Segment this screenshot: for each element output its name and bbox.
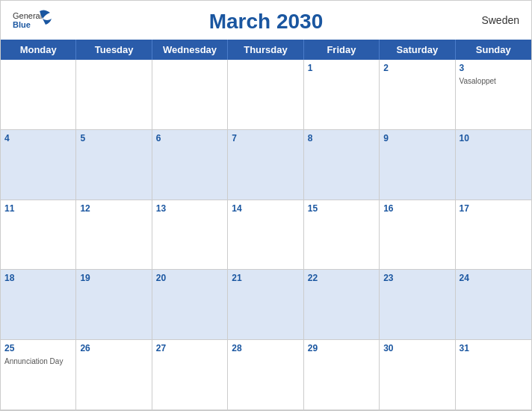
day-number: 6: [156, 132, 223, 145]
day-number: 8: [308, 132, 375, 145]
day-cell-17: 13: [152, 200, 228, 271]
day-cell-31: 27: [152, 340, 228, 410]
day-cell-20: 16: [380, 200, 455, 271]
calendar: General Blue March 2030 Sweden Monday Tu…: [0, 0, 532, 411]
day-cell-3: [152, 60, 228, 130]
day-cell-5: 1: [304, 60, 380, 130]
day-cell-25: 21: [228, 270, 303, 340]
day-cell-23: 19: [76, 270, 152, 340]
day-cell-22: 18: [1, 270, 76, 340]
day-number: 17: [460, 203, 528, 215]
day-cell-8: 4: [1, 130, 76, 200]
day-cell-1: [1, 60, 76, 130]
day-number: 15: [308, 203, 375, 215]
day-cell-24: 20: [152, 270, 228, 340]
day-saturday: Saturday: [380, 40, 455, 60]
day-number: 28: [232, 342, 299, 355]
day-number: 30: [383, 342, 451, 355]
day-number: 16: [383, 203, 451, 215]
day-cell-30: 26: [76, 340, 152, 410]
day-cell-14: 10: [456, 130, 531, 200]
day-number: 22: [308, 272, 375, 285]
day-cell-32: 28: [228, 340, 303, 410]
day-number: 2: [383, 62, 451, 75]
month-title: March 2030: [209, 10, 324, 34]
day-number: 25: [4, 342, 72, 355]
day-cell-28: 24: [456, 270, 531, 340]
week-row-4: 18192021222324: [1, 270, 531, 340]
day-cell-18: 14: [228, 200, 303, 271]
day-number: 31: [460, 342, 528, 355]
day-cell-29: 25Annunciation Day: [1, 340, 76, 410]
day-cell-35: 31: [456, 340, 531, 410]
day-number: 12: [80, 203, 147, 215]
day-number: 10: [460, 132, 528, 145]
day-sunday: Sunday: [456, 40, 531, 60]
calendar-body: 123Vasaloppet456789101112131415161718192…: [1, 60, 531, 410]
day-friday: Friday: [304, 40, 380, 60]
event-label: Annunciation Day: [4, 356, 72, 366]
day-number: 3: [460, 62, 528, 75]
day-cell-11: 7: [228, 130, 303, 200]
day-number: 14: [232, 203, 299, 215]
day-number: 21: [232, 272, 299, 285]
day-cell-7: 3Vasaloppet: [456, 60, 531, 130]
day-cell-21: 17: [456, 200, 531, 271]
days-header: Monday Tuesday Wednesday Thursday Friday…: [1, 40, 531, 60]
week-row-5: 25Annunciation Day262728293031: [1, 340, 531, 410]
day-number: 20: [156, 272, 223, 285]
day-number: 11: [4, 203, 72, 215]
day-cell-26: 22: [304, 270, 380, 340]
day-cell-4: [228, 60, 303, 130]
day-cell-6: 2: [380, 60, 455, 130]
day-number: 23: [383, 272, 451, 285]
logo-icon: General Blue: [13, 8, 55, 37]
day-cell-10: 6: [152, 130, 228, 200]
day-number: 7: [232, 132, 299, 145]
day-cell-34: 30: [380, 340, 455, 410]
day-number: 24: [460, 272, 528, 285]
day-cell-2: [76, 60, 152, 130]
day-number: 26: [80, 342, 147, 355]
day-number: 19: [80, 272, 147, 285]
day-cell-27: 23: [380, 270, 455, 340]
week-row-1: 123Vasaloppet: [1, 60, 531, 130]
day-thursday: Thursday: [228, 40, 303, 60]
day-number: 1: [308, 62, 375, 75]
day-cell-16: 12: [76, 200, 152, 271]
event-label: Vasaloppet: [460, 76, 528, 86]
calendar-header: General Blue March 2030 Sweden: [1, 1, 531, 40]
week-row-3: 11121314151617: [1, 200, 531, 271]
day-cell-9: 5: [76, 130, 152, 200]
day-cell-19: 15: [304, 200, 380, 271]
day-tuesday: Tuesday: [76, 40, 152, 60]
day-number: 4: [4, 132, 72, 145]
week-row-2: 45678910: [1, 130, 531, 200]
svg-text:Blue: Blue: [13, 20, 31, 29]
day-number: 29: [308, 342, 375, 355]
country-label: Sweden: [481, 14, 519, 26]
day-wednesday: Wednesday: [152, 40, 228, 60]
day-number: 5: [80, 132, 147, 145]
day-number: 18: [4, 272, 72, 285]
day-cell-33: 29: [304, 340, 380, 410]
day-cell-13: 9: [380, 130, 455, 200]
day-monday: Monday: [1, 40, 76, 60]
day-number: 13: [156, 203, 223, 215]
day-number: 27: [156, 342, 223, 355]
logo: General Blue: [13, 8, 55, 37]
svg-text:General: General: [13, 11, 42, 20]
day-cell-12: 8: [304, 130, 380, 200]
day-cell-15: 11: [1, 200, 76, 271]
day-number: 9: [383, 132, 451, 145]
